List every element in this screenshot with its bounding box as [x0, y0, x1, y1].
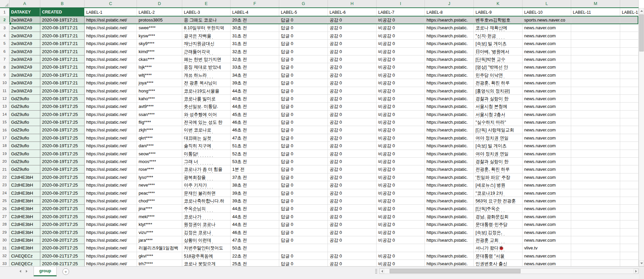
- cell-E27[interactable]: 코로나가: [182, 213, 231, 221]
- cell-B16[interactable]: 2020-08-19T17:25: [40, 126, 85, 134]
- cell-H23[interactable]: 공감 0: [328, 181, 377, 189]
- row-header-19[interactable]: 19: [0, 150, 9, 158]
- row-header-8[interactable]: 8: [0, 63, 9, 71]
- cell-D9[interactable]: wltj****: [137, 71, 182, 79]
- cell-M6[interactable]: [571, 48, 620, 55]
- cell-K18[interactable]: [속보] 빌 게이츠: [474, 142, 523, 150]
- cell-G21[interactable]: 답글 0: [279, 165, 328, 173]
- row-header-15[interactable]: 15: [0, 118, 9, 126]
- cell-I11[interactable]: 비공감 0: [377, 87, 425, 95]
- cell-J11[interactable]: https://search.pstatic.: [425, 87, 474, 95]
- cell-F7[interactable]: 32초 전: [231, 55, 279, 63]
- vertical-scrollbar-thumb[interactable]: [639, 14, 644, 51]
- cell-D30[interactable]: jara****: [137, 236, 182, 244]
- cell-E16[interactable]: 이번 코로나로: [182, 126, 231, 134]
- cell-D6[interactable]: kimd****: [137, 48, 182, 55]
- row-header-33[interactable]: 33: [0, 260, 9, 266]
- row-header-30[interactable]: 30: [0, 236, 9, 244]
- cell-K14[interactable]: 서울시청 2층서: [474, 111, 523, 118]
- cell-G25[interactable]: 답글 0: [279, 197, 328, 205]
- cell-N30[interactable]: [620, 236, 639, 244]
- cell-C19[interactable]: https://ssl.pstatic.net/: [85, 150, 137, 158]
- cell-C12[interactable]: https://ssl.pstatic.net/: [85, 95, 137, 103]
- cell-K22[interactable]: '친일파 파묘' 주장: [474, 173, 523, 181]
- cell-N19[interactable]: [620, 150, 639, 158]
- cell-M2[interactable]: [571, 16, 620, 24]
- cell-B19[interactable]: 2020-08-19T17:25: [40, 150, 85, 158]
- cell-L8[interactable]: news.naver.com: [523, 63, 571, 71]
- cell-J9[interactable]: https://search.pstatic.: [425, 71, 474, 79]
- cell-A24[interactable]: C2dHE3bH: [9, 189, 40, 197]
- row-header-23[interactable]: 23: [0, 181, 9, 189]
- cell-J15[interactable]: https://search.pstatic.: [425, 118, 474, 126]
- cell-G3[interactable]: 답글 0: [279, 24, 328, 32]
- cell-M20[interactable]: [571, 158, 620, 165]
- cell-E25[interactable]: 코로나축하합니다.하: [182, 197, 231, 205]
- cell-L32[interactable]: news.naver.com: [523, 252, 571, 260]
- cell-J19[interactable]: https://search.pstatic.: [425, 150, 474, 158]
- cell-G31[interactable]: [279, 244, 328, 252]
- cell-L5[interactable]: news.naver.com: [523, 40, 571, 47]
- cell-K2[interactable]: 벤투호vs김학범호: [474, 16, 523, 24]
- cell-J23[interactable]: https://search.pstatic.: [425, 181, 474, 189]
- column-header-E[interactable]: E: [182, 0, 231, 7]
- cell-K33[interactable]: 인권변호사 출신: [474, 260, 523, 266]
- cell-N21[interactable]: [620, 165, 639, 173]
- cell-D14[interactable]: ssan****: [137, 111, 182, 118]
- cell-E9[interactable]: 개쑈 하느라: [182, 71, 231, 79]
- cell-M11[interactable]: [571, 87, 620, 95]
- cell-F3[interactable]: 30초 전: [231, 24, 279, 32]
- cell-A29[interactable]: C2dHE3bH: [9, 229, 40, 236]
- cell-K16[interactable]: [단독] 사랑제일교회: [474, 126, 523, 134]
- cell-L27[interactable]: news.naver.com: [523, 213, 571, 221]
- cell-G28[interactable]: 답글 0: [279, 221, 328, 228]
- cell-N33[interactable]: [620, 260, 639, 266]
- cell-L18[interactable]: news.naver.com: [523, 142, 571, 150]
- cell-L29[interactable]: news.naver.com: [523, 229, 571, 236]
- cell-F10[interactable]: 39초 전: [231, 79, 279, 87]
- cell-J10[interactable]: https://search.pstatic.: [425, 79, 474, 87]
- header-cell-L1[interactable]: LABEL-10: [523, 8, 571, 16]
- cell-B31[interactable]: 2020-08-20T17:25: [40, 244, 85, 252]
- cell-A12[interactable]: GdZ9uflo: [9, 95, 40, 103]
- cell-N20[interactable]: [620, 158, 639, 165]
- cell-G13[interactable]: 답글 0: [279, 103, 328, 110]
- cell-L26[interactable]: news.naver.com: [523, 205, 571, 212]
- cell-M27[interactable]: [571, 213, 620, 221]
- cell-I21[interactable]: 비공감 0: [377, 165, 425, 173]
- row-header-18[interactable]: 18: [0, 142, 9, 150]
- cell-I25[interactable]: 비공감 0: [377, 197, 425, 205]
- cell-I7[interactable]: 비공감 0: [377, 55, 425, 63]
- row-header-13[interactable]: 13: [0, 103, 9, 110]
- cell-I9[interactable]: 비공감 0: [377, 71, 425, 79]
- cell-A32[interactable]: ClAEQECz: [9, 252, 40, 260]
- cell-G5[interactable]: 답글 0: [279, 40, 328, 47]
- cell-G33[interactable]: 답글 0: [279, 260, 328, 266]
- cell-M4[interactable]: [571, 32, 620, 40]
- horizontal-scrollbar-thumb[interactable]: [390, 269, 521, 273]
- cell-C30[interactable]: https://ssl.pstatic.net/: [85, 236, 137, 244]
- cell-M18[interactable]: [571, 142, 620, 150]
- cell-N9[interactable]: [620, 71, 639, 79]
- header-cell-G1[interactable]: LABEL-5: [279, 8, 328, 16]
- cell-F17[interactable]: 47초 전: [231, 134, 279, 142]
- cell-A26[interactable]: C2dHE3bH: [9, 205, 40, 212]
- cell-G26[interactable]: 답글 0: [279, 205, 328, 212]
- cell-H30[interactable]: 공감 0: [328, 236, 377, 244]
- cell-J14[interactable]: https://search.pstatic.: [425, 111, 474, 118]
- cell-C23[interactable]: https://ssl.pstatic.net/: [85, 181, 137, 189]
- cell-L20[interactable]: news.naver.com: [523, 158, 571, 165]
- cell-N4[interactable]: [620, 32, 639, 40]
- cell-L17[interactable]: news.naver.com: [523, 134, 571, 142]
- cell-H15[interactable]: 공감 0: [328, 118, 377, 126]
- cell-L23[interactable]: news.naver.com: [523, 181, 571, 189]
- cell-G27[interactable]: 답글 0: [279, 213, 328, 221]
- cell-B20[interactable]: 2020-08-19T17:25: [40, 158, 85, 165]
- column-header-K[interactable]: K: [474, 0, 523, 7]
- cell-L4[interactable]: news.naver.com: [523, 32, 571, 40]
- cell-I33[interactable]: 비공감 0: [377, 260, 425, 266]
- cell-G32[interactable]: 답글 0: [279, 252, 328, 260]
- cell-H29[interactable]: 공감 0: [328, 229, 377, 236]
- cell-C9[interactable]: https://ssl.pstatic.net/: [85, 71, 137, 79]
- cell-I8[interactable]: 비공감 0: [377, 63, 425, 71]
